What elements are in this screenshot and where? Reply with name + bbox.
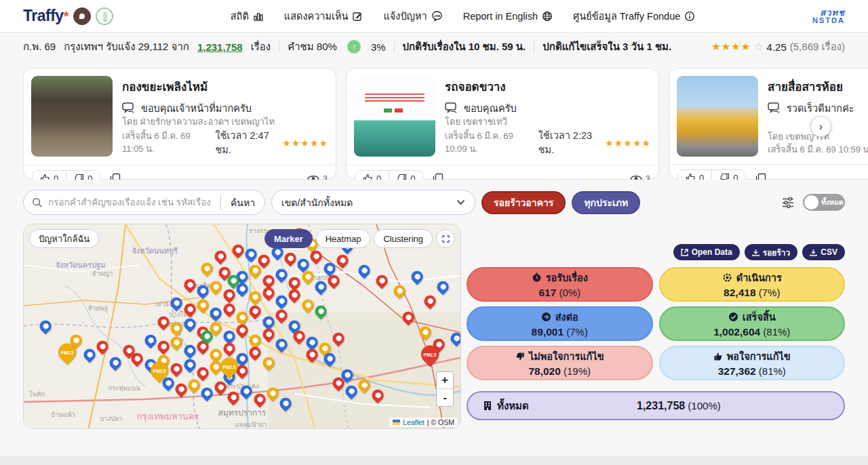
map-pin[interactable] <box>247 332 263 348</box>
map-pin[interactable] <box>221 328 237 344</box>
map-pin[interactable] <box>370 387 386 403</box>
map-pin[interactable] <box>155 314 172 330</box>
map-pin[interactable] <box>94 338 111 355</box>
map-pin[interactable] <box>391 283 408 300</box>
map-pin[interactable] <box>273 308 290 324</box>
district-select[interactable]: เขต/สำนักทั้งหมด <box>271 190 475 215</box>
stat-total[interactable]: ทั้งหมด 1,231,758 (100%) <box>467 391 845 420</box>
like-button[interactable]: 0 <box>355 171 389 180</box>
map-pin[interactable] <box>260 285 277 302</box>
map-pin[interactable] <box>195 298 211 314</box>
map-pin[interactable] <box>208 279 224 296</box>
map-pin[interactable] <box>304 346 320 363</box>
map-pin[interactable] <box>173 381 189 397</box>
map-pin[interactable] <box>435 279 451 296</box>
map-pin[interactable] <box>448 330 461 346</box>
stat-unsatisfied[interactable]: ไม่พอใจการแก้ไข 78,020 (19%) <box>467 346 653 380</box>
map-pin[interactable] <box>273 336 290 352</box>
map-pin[interactable] <box>182 342 198 359</box>
map-pin[interactable] <box>142 332 159 348</box>
map-pin[interactable] <box>182 302 198 318</box>
stat-done[interactable]: เสร็จสิ้น 1,002,604 (81%) <box>659 306 846 341</box>
map-pin[interactable] <box>260 355 277 371</box>
map-pin[interactable] <box>168 296 184 312</box>
map-pin[interactable] <box>313 279 329 296</box>
map-pin[interactable] <box>356 377 372 393</box>
map-pin[interactable] <box>422 294 438 310</box>
nav-statistics[interactable]: สถิติ <box>231 8 264 24</box>
map-pin[interactable] <box>234 310 250 326</box>
download-csv-button[interactable]: CSV <box>802 244 845 260</box>
map-pin[interactable] <box>330 330 347 346</box>
map-pin[interactable] <box>247 304 263 320</box>
open-data-button[interactable]: Open Data <box>673 244 740 260</box>
map-pin[interactable] <box>282 250 298 266</box>
nav-feedback[interactable]: แสดงความเห็น <box>284 8 363 24</box>
map-pin-pm25[interactable]: PM2.5 <box>216 354 241 379</box>
map-pin[interactable] <box>238 383 254 399</box>
map-pin[interactable] <box>286 287 302 304</box>
sliders-icon[interactable] <box>781 197 795 209</box>
map-pin[interactable] <box>168 334 184 350</box>
stat-in-progress[interactable]: ดำเนินการ 82,418 (7%) <box>659 267 846 302</box>
map-pin[interactable] <box>182 316 198 332</box>
type-chip-crack[interactable]: รอยร้าวอาคาร <box>481 191 566 214</box>
map-pin[interactable] <box>260 326 277 342</box>
map-pin[interactable] <box>273 266 290 283</box>
map-pin[interactable] <box>225 389 241 405</box>
nav-report-english[interactable]: Report in English <box>463 11 553 22</box>
map-pin[interactable] <box>264 385 281 401</box>
copy-button[interactable] <box>430 170 446 180</box>
map-pin[interactable] <box>334 252 351 268</box>
map-pin[interactable] <box>182 277 198 293</box>
map-pin[interactable] <box>168 361 184 377</box>
map-pin[interactable] <box>107 355 123 371</box>
type-chip-all[interactable]: ทุกประเภท <box>572 191 640 214</box>
map-pin[interactable] <box>343 383 359 399</box>
map-pin[interactable] <box>409 268 425 285</box>
map-pin[interactable] <box>195 365 211 381</box>
dislike-button[interactable]: 0 <box>389 171 422 180</box>
case-card[interactable]: กองขยะเพลิงไหม้ ขอบคุณเจ้าหน้าที่มากครับ… <box>23 68 336 180</box>
stat-satisfied[interactable]: พอใจการแก้ไข 327,362 (81%) <box>659 346 846 380</box>
map-pin[interactable] <box>304 334 320 350</box>
stat-forwarded[interactable]: ส่งต่อ 89,001 (7%) <box>467 306 653 341</box>
dislike-button[interactable]: 0 <box>712 170 745 180</box>
map-pin[interactable] <box>400 310 416 326</box>
map-pin-pm25[interactable]: PM2.5 <box>418 342 443 367</box>
nav-data-center[interactable]: ศูนย์ข้อมูล Traffy Fondue <box>573 8 695 24</box>
show-all-toggle[interactable]: ทั้งหมด <box>803 194 845 211</box>
search-button[interactable]: ค้นหา <box>221 195 264 210</box>
map-pin[interactable] <box>168 320 184 336</box>
nstda-logo[interactable]: สวทช NSTDA <box>812 8 845 24</box>
map-pin[interactable] <box>199 385 215 401</box>
issues-map[interactable]: จังหวัดนครปฐมจังหวัดนนทบุรีรางกระทุนลำพญ… <box>23 224 461 429</box>
map-pin[interactable] <box>277 395 294 411</box>
map-pin[interactable] <box>417 324 433 340</box>
mode-clustering-button[interactable]: Clustering <box>374 229 433 248</box>
map-pin[interactable] <box>186 377 202 393</box>
copy-button[interactable] <box>107 170 123 180</box>
case-card[interactable]: รถจอดขวาง ขอบคุณครับ โดย เขตราชเทวี เสร็… <box>346 68 659 180</box>
map-pin[interactable] <box>243 246 259 262</box>
map-pin[interactable] <box>199 260 215 277</box>
map-pin[interactable] <box>221 302 237 318</box>
like-button[interactable]: 0 <box>678 170 711 180</box>
search-input[interactable] <box>48 197 220 207</box>
map-pin[interactable] <box>300 298 316 314</box>
like-button[interactable]: 0 <box>33 171 66 180</box>
map-pin[interactable] <box>313 304 329 320</box>
case-card[interactable]: สายสื่อสารห้อย รวดเร็วดีมากค่ะ โดย เขตพญ… <box>669 68 868 180</box>
map-pin[interactable] <box>155 338 172 355</box>
download-crack-button[interactable]: รอยร้าว <box>745 244 798 260</box>
map-pin[interactable] <box>195 283 211 300</box>
map-pin[interactable] <box>37 318 54 334</box>
map-pin[interactable] <box>234 322 250 338</box>
traffy-logo[interactable]: Traffy* <box>23 7 113 25</box>
zoom-out-button[interactable]: - <box>437 389 453 406</box>
stat-pending[interactable]: รอรับเรื่อง 617 (0%) <box>467 267 653 302</box>
map-pin[interactable] <box>81 346 98 363</box>
leaflet-link[interactable]: Leaflet <box>403 418 425 426</box>
mode-heatmap-button[interactable]: Heatmap <box>316 229 371 248</box>
map-pin[interactable] <box>356 262 372 279</box>
